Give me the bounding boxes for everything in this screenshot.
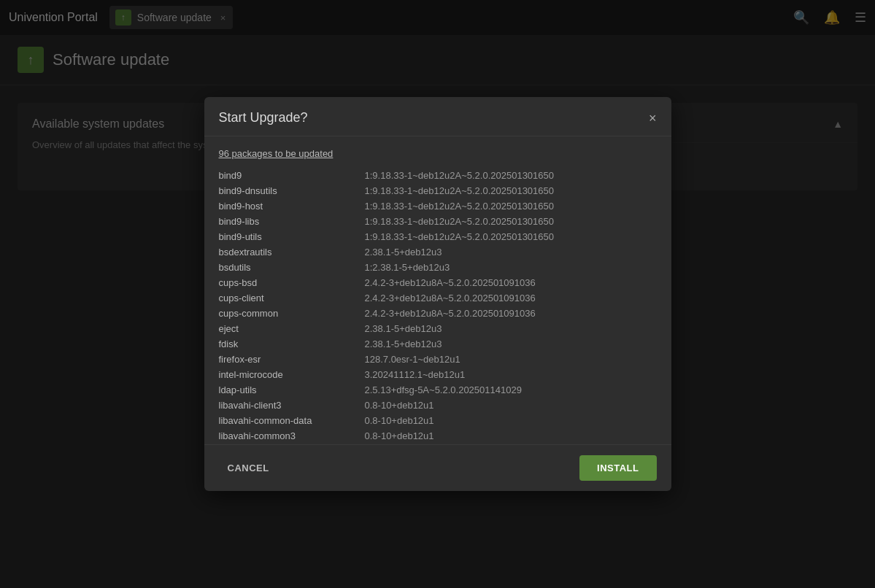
package-version: 2.38.1-5+deb12u3 (365, 321, 657, 336)
package-name: bsdutils (219, 260, 365, 275)
dialog-header: Start Upgrade? × (204, 97, 671, 136)
package-name: bind9-libs (219, 214, 365, 229)
package-version: 0.8-10+deb12u1 (365, 413, 657, 428)
modal-overlay: Start Upgrade? × 96 packages to be updat… (0, 0, 875, 588)
package-version: 1:9.18.33-1~deb12u2A~5.2.0.202501301650 (365, 229, 657, 244)
package-version: 1:9.18.33-1~deb12u2A~5.2.0.202501301650 (365, 214, 657, 229)
package-name: bsdextrautils (219, 244, 365, 260)
table-row: bind9-utils1:9.18.33-1~deb12u2A~5.2.0.20… (219, 229, 657, 244)
package-name: cups-client (219, 290, 365, 306)
table-row: libavahi-client30.8-10+deb12u1 (219, 398, 657, 413)
package-version: 3.20241112.1~deb12u1 (365, 367, 657, 382)
table-row: cups-common2.4.2-3+deb12u8A~5.2.0.202501… (219, 306, 657, 321)
table-row: bind9-libs1:9.18.33-1~deb12u2A~5.2.0.202… (219, 214, 657, 229)
table-row: bind9-dnsutils1:9.18.33-1~deb12u2A~5.2.0… (219, 183, 657, 198)
table-row: bsdutils1:2.38.1-5+deb12u3 (219, 260, 657, 275)
package-version: 2.4.2-3+deb12u8A~5.2.0.202501091036 (365, 275, 657, 290)
package-version: 0.8-10+deb12u1 (365, 398, 657, 413)
table-row: ldap-utils2.5.13+dfsg-5A~5.2.0.202501141… (219, 382, 657, 398)
table-row: libavahi-common-data0.8-10+deb12u1 (219, 413, 657, 428)
package-version: 1:9.18.33-1~deb12u2A~5.2.0.202501301650 (365, 168, 657, 183)
upgrade-dialog: Start Upgrade? × 96 packages to be updat… (204, 97, 671, 491)
package-name: libavahi-common3 (219, 428, 365, 444)
package-version: 1:9.18.33-1~deb12u2A~5.2.0.202501301650 (365, 183, 657, 198)
package-version: 2.4.2-3+deb12u8A~5.2.0.202501091036 (365, 290, 657, 306)
package-name: bind9-dnsutils (219, 183, 365, 198)
table-row: bind9-host1:9.18.33-1~deb12u2A~5.2.0.202… (219, 198, 657, 214)
package-name: cups-common (219, 306, 365, 321)
cancel-button[interactable]: CANCEL (219, 457, 278, 479)
package-name: bind9-utils (219, 229, 365, 244)
package-name: libavahi-common-data (219, 413, 365, 428)
table-row: bsdextrautils2.38.1-5+deb12u3 (219, 244, 657, 260)
table-row: intel-microcode3.20241112.1~deb12u1 (219, 367, 657, 382)
package-version: 0.8-10+deb12u1 (365, 428, 657, 444)
table-row: fdisk2.38.1-5+deb12u3 (219, 336, 657, 352)
package-name: libavahi-client3 (219, 398, 365, 413)
table-row: libavahi-common30.8-10+deb12u1 (219, 428, 657, 444)
package-version: 2.38.1-5+deb12u3 (365, 336, 657, 352)
package-name: cups-bsd (219, 275, 365, 290)
package-name: intel-microcode (219, 367, 365, 382)
packages-header[interactable]: 96 packages to be updated (219, 148, 657, 159)
dialog-footer: CANCEL INSTALL (204, 444, 671, 491)
package-name: eject (219, 321, 365, 336)
packages-table: bind91:9.18.33-1~deb12u2A~5.2.0.20250130… (219, 168, 657, 444)
dialog-body: 96 packages to be updated bind91:9.18.33… (204, 136, 671, 444)
package-version: 2.38.1-5+deb12u3 (365, 244, 657, 260)
dialog-title: Start Upgrade? (219, 110, 308, 125)
package-name: bind9-host (219, 198, 365, 214)
install-button[interactable]: INSTALL (579, 455, 656, 481)
dialog-close-button[interactable]: × (649, 112, 657, 125)
table-row: cups-client2.4.2-3+deb12u8A~5.2.0.202501… (219, 290, 657, 306)
table-row: cups-bsd2.4.2-3+deb12u8A~5.2.0.202501091… (219, 275, 657, 290)
table-row: firefox-esr128.7.0esr-1~deb12u1 (219, 352, 657, 367)
package-name: bind9 (219, 168, 365, 183)
package-name: ldap-utils (219, 382, 365, 398)
table-row: eject2.38.1-5+deb12u3 (219, 321, 657, 336)
package-name: fdisk (219, 336, 365, 352)
package-version: 2.5.13+dfsg-5A~5.2.0.202501141029 (365, 382, 657, 398)
package-name: firefox-esr (219, 352, 365, 367)
package-version: 128.7.0esr-1~deb12u1 (365, 352, 657, 367)
package-version: 2.4.2-3+deb12u8A~5.2.0.202501091036 (365, 306, 657, 321)
table-row: bind91:9.18.33-1~deb12u2A~5.2.0.20250130… (219, 168, 657, 183)
package-version: 1:9.18.33-1~deb12u2A~5.2.0.202501301650 (365, 198, 657, 214)
package-version: 1:2.38.1-5+deb12u3 (365, 260, 657, 275)
